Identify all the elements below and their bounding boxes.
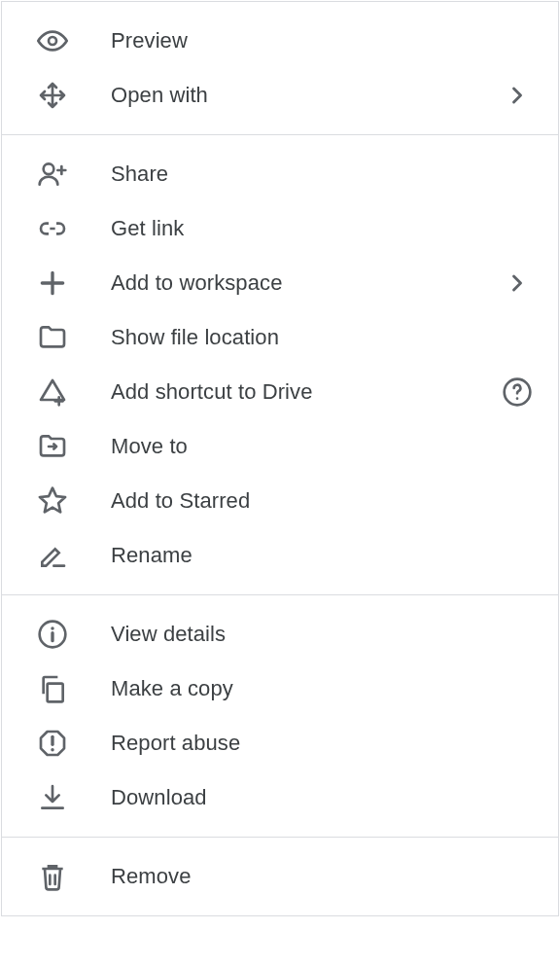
context-menu: Preview Open with Share Get link: [1, 1, 559, 916]
link-icon: [37, 213, 111, 244]
svg-point-3: [516, 397, 519, 400]
svg-point-5: [51, 626, 53, 629]
menu-item-view-details[interactable]: View details: [2, 607, 558, 662]
menu-item-add-to-starred[interactable]: Add to Starred: [2, 474, 558, 528]
plus-icon: [37, 268, 111, 299]
star-icon: [37, 485, 111, 517]
menu-item-label: Add to Starred: [111, 488, 535, 514]
menu-item-label: Add shortcut to Drive: [111, 379, 500, 405]
menu-item-label: Preview: [111, 28, 535, 54]
svg-point-0: [49, 37, 56, 45]
menu-section: View details Make a copy Report abuse Do…: [2, 594, 558, 837]
menu-item-label: Download: [111, 785, 535, 810]
menu-item-add-shortcut-to-drive[interactable]: Add shortcut to Drive: [2, 365, 558, 419]
pencil-icon: [37, 540, 111, 571]
menu-item-label: Add to workspace: [111, 270, 500, 296]
drive-shortcut-icon: [37, 376, 111, 408]
menu-item-label: Move to: [111, 434, 535, 459]
eye-icon: [37, 25, 111, 56]
report-icon: [37, 728, 111, 759]
menu-item-open-with[interactable]: Open with: [2, 68, 558, 123]
trash-icon: [37, 861, 111, 892]
menu-item-label: View details: [111, 622, 535, 647]
menu-item-preview[interactable]: Preview: [2, 14, 558, 68]
menu-item-label: Rename: [111, 543, 535, 568]
menu-item-label: Open with: [111, 83, 500, 108]
svg-point-1: [44, 163, 54, 174]
menu-item-share[interactable]: Share: [2, 147, 558, 201]
folder-icon: [37, 322, 111, 353]
person-add-icon: [37, 159, 111, 190]
menu-section: Share Get link Add to workspace Show fil…: [2, 134, 558, 594]
menu-item-label: Share: [111, 161, 535, 187]
menu-item-report-abuse[interactable]: Report abuse: [2, 716, 558, 770]
info-icon: [37, 619, 111, 650]
menu-item-label: Remove: [111, 864, 535, 889]
menu-item-move-to[interactable]: Move to: [2, 419, 558, 474]
menu-item-label: Show file location: [111, 325, 535, 350]
menu-section: Remove: [2, 837, 558, 915]
menu-item-remove[interactable]: Remove: [2, 849, 558, 904]
chevron-right-icon: [500, 82, 535, 109]
menu-item-rename[interactable]: Rename: [2, 528, 558, 583]
menu-item-add-to-workspace[interactable]: Add to workspace: [2, 256, 558, 310]
menu-item-get-link[interactable]: Get link: [2, 201, 558, 256]
svg-point-7: [51, 748, 53, 751]
svg-rect-6: [48, 684, 63, 702]
menu-section: Preview Open with: [2, 2, 558, 134]
folder-move-icon: [37, 431, 111, 462]
copy-icon: [37, 673, 111, 704]
menu-item-label: Get link: [111, 216, 535, 241]
move-arrows-icon: [37, 80, 111, 111]
chevron-right-icon: [500, 269, 535, 297]
download-icon: [37, 782, 111, 813]
menu-item-show-file-location[interactable]: Show file location: [2, 310, 558, 365]
menu-item-label: Report abuse: [111, 731, 535, 756]
menu-item-download[interactable]: Download: [2, 770, 558, 825]
menu-item-make-a-copy[interactable]: Make a copy: [2, 662, 558, 716]
menu-item-label: Make a copy: [111, 676, 535, 701]
help-icon[interactable]: [500, 376, 535, 408]
